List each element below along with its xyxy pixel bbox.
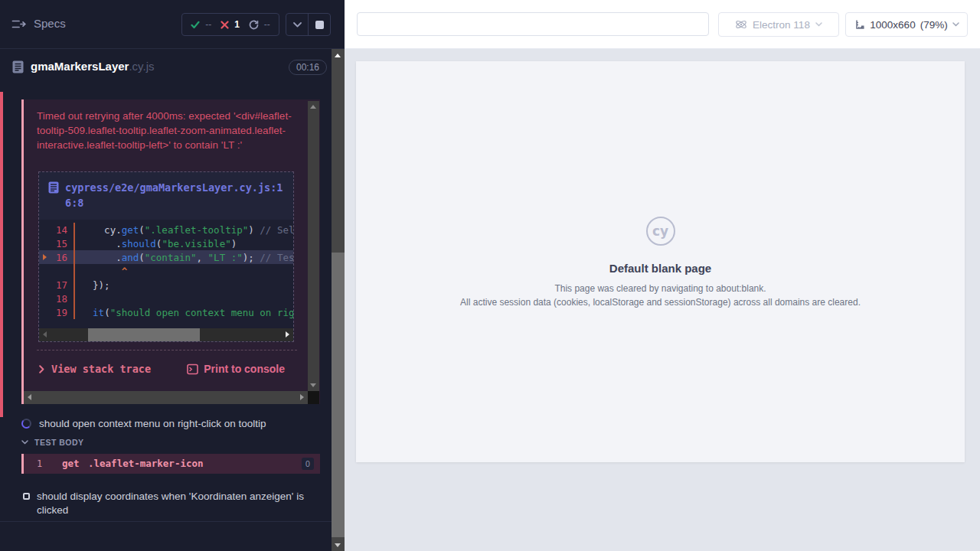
browser-select[interactable]: Electron 118: [718, 12, 839, 37]
scroll-left-arrow-icon[interactable]: [43, 331, 47, 337]
code-line: ^: [39, 264, 293, 278]
code-frame-file-path: cypress/e2e/gmaMarkersLayer.cy.js:16:8: [65, 180, 284, 210]
stop-button[interactable]: [308, 14, 330, 35]
pending-count: --: [264, 19, 270, 30]
command-number: 1: [37, 458, 42, 469]
cy-logo: cy: [646, 217, 675, 246]
code-frame-file-link[interactable]: cypress/e2e/gmaMarkersLayer.cy.js:16:8: [39, 172, 293, 218]
spinner-icon: [21, 419, 31, 429]
spec-duration-badge: 00:16: [289, 60, 327, 75]
sidebar-bottom-divider: [0, 521, 332, 522]
code-line: 15 .should("be.visible"): [39, 236, 293, 250]
command-log-row[interactable]: 1 get .leaflet-marker-icon 0: [21, 454, 320, 474]
viewport-size-label: 1000x660: [870, 19, 915, 31]
terminal-icon: [187, 364, 198, 375]
code-line: 19 it("should open context menu on righ: [39, 305, 293, 319]
scrollbar-corner: [308, 391, 319, 404]
chevron-down-icon: [952, 22, 959, 27]
blank-page-title: Default blank page: [609, 262, 711, 275]
spec-header-row[interactable]: gmaMarkersLayer.cy.js 00:16: [0, 49, 332, 86]
test-body-section-header[interactable]: TEST BODY: [21, 438, 84, 447]
chevron-down-icon: [21, 440, 28, 445]
spec-file-icon: [12, 60, 24, 73]
scroll-left-arrow-icon[interactable]: [28, 394, 31, 400]
spec-name: gmaMarkersLayer.cy.js: [31, 60, 154, 73]
scroll-right-arrow-icon[interactable]: [286, 331, 289, 337]
error-panel-horizontal-scrollbar[interactable]: [24, 391, 308, 404]
print-to-console-button[interactable]: Print to console: [187, 363, 285, 375]
scroll-right-arrow-icon[interactable]: [300, 394, 304, 400]
code-line: 18: [39, 292, 293, 305]
test-item-pending[interactable]: should display coordinates when 'Koordin…: [23, 490, 306, 517]
code-scroll-thumb[interactable]: [88, 328, 200, 341]
passed-count: --: [205, 19, 211, 30]
window-scroll-thumb[interactable]: [332, 253, 345, 537]
command-method: get: [62, 458, 80, 469]
chevron-right-icon: [39, 365, 44, 373]
error-message: Timed out retrying after 4000ms: expecte…: [37, 109, 294, 152]
code-lines: 14 cy.get(".leaflet-tooltip") // Sele15 …: [39, 220, 293, 328]
reporter-header: Specs -- 1 --: [0, 0, 345, 49]
collapse-all-button[interactable]: [286, 14, 308, 35]
sidebar-toggle-icon[interactable]: [11, 18, 26, 30]
command-count-badge: 0: [302, 458, 314, 470]
cypress-reporter-sidebar: Specs -- 1 -- gma: [0, 0, 345, 551]
test-title: should open context menu on right-click …: [39, 418, 266, 429]
command-target: .leaflet-marker-icon: [88, 458, 204, 469]
test-item-running[interactable]: should open context menu on right-click …: [21, 418, 266, 429]
blank-page-line1: This page was cleared by navigating to a…: [554, 283, 766, 294]
browser-toolbar: Electron 118 1000x660 (79%): [345, 0, 980, 49]
code-line: 16 .and("contain", "LT :"); // Test: [39, 250, 293, 264]
x-icon: [220, 21, 229, 29]
scroll-down-arrow-icon[interactable]: [335, 543, 341, 547]
code-frame: cypress/e2e/gmaMarkersLayer.cy.js:16:8 1…: [38, 171, 294, 342]
view-stack-trace-link[interactable]: View stack trace: [39, 363, 151, 375]
test-title: should display coordinates when 'Koordin…: [37, 490, 306, 517]
blank-page-message: cy Default blank page This page was clea…: [356, 217, 965, 311]
code-line: 17 });: [39, 278, 293, 292]
test-body-label: TEST BODY: [34, 438, 84, 447]
print-to-console-label: Print to console: [204, 363, 285, 375]
error-footer-divider: [37, 350, 297, 350]
code-file-icon: [48, 181, 59, 210]
scroll-up-arrow-icon[interactable]: [335, 54, 341, 57]
stop-icon: [315, 21, 324, 29]
url-input[interactable]: [357, 12, 709, 36]
error-panel: Timed out retrying after 4000ms: expecte…: [21, 99, 320, 404]
failed-attempt-marker: [0, 92, 3, 417]
pending-square-icon: [23, 493, 30, 500]
viewport-size-select[interactable]: 1000x660 (79%): [845, 12, 968, 37]
failed-count: 1: [234, 19, 240, 30]
test-stats: -- 1 --: [181, 13, 279, 36]
run-controls: [286, 13, 331, 36]
blank-page-line2: All active session data (cookies, localS…: [460, 297, 861, 308]
electron-icon: [735, 18, 747, 31]
view-stack-trace-label: View stack trace: [51, 363, 151, 375]
check-icon: [191, 21, 200, 29]
error-line-arrow-icon: [43, 254, 47, 260]
window-vertical-scrollbar[interactable]: [332, 49, 345, 551]
chevron-down-icon: [815, 22, 822, 27]
spec-extension: .cy.js: [129, 60, 154, 73]
viewport-scale-label: (79%): [920, 19, 948, 31]
code-line: 14 cy.get(".leaflet-tooltip") // Sele: [39, 223, 293, 236]
error-panel-vertical-scrollbar[interactable]: [308, 101, 319, 391]
scroll-up-arrow-icon[interactable]: [310, 105, 316, 109]
viewport-size-icon: [854, 19, 865, 31]
code-horizontal-scrollbar[interactable]: [39, 328, 293, 341]
scroll-down-arrow-icon[interactable]: [310, 383, 316, 387]
specs-title: Specs: [34, 17, 66, 30]
refresh-icon: [249, 20, 259, 30]
aut-viewport: cy Default blank page This page was clea…: [356, 61, 965, 462]
browser-label: Electron 118: [753, 19, 810, 31]
